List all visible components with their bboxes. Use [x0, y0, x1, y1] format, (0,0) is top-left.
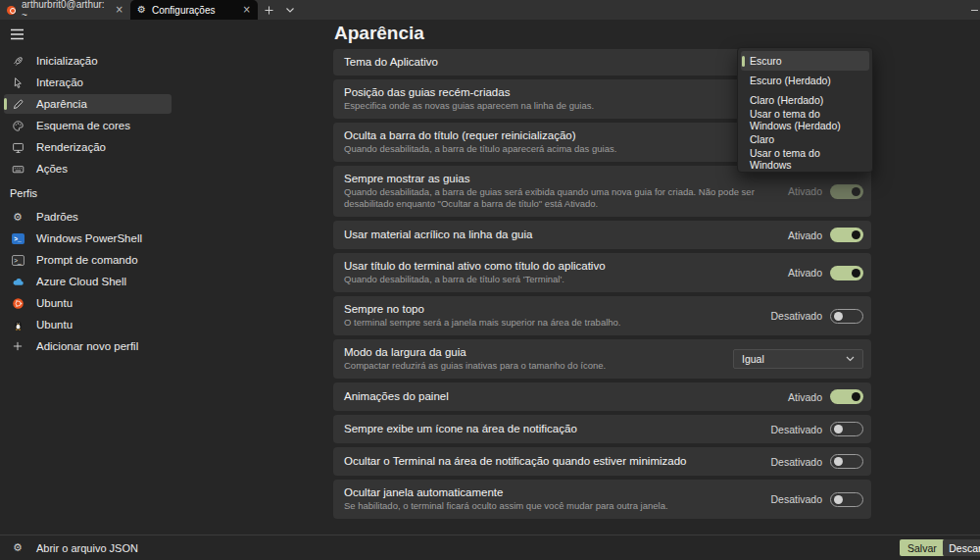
setting-description: Compactar reduzirá as guias inativas par… — [344, 360, 606, 372]
setting-row-modo-largura-guia: Modo da largura da guia Compactar reduzi… — [333, 339, 871, 379]
azure-cloud-icon — [11, 276, 24, 288]
sidebar-item-prompt-de-comando[interactable]: >_ Prompt de comando — [4, 250, 172, 270]
setting-row-animacoes-painel: Animações do painel Ativado — [333, 382, 871, 411]
sidebar-item-ubuntu-2[interactable]: Ubuntu — [4, 315, 172, 334]
ubuntu-icon — [7, 6, 16, 15]
nav-menu-button[interactable] — [10, 26, 29, 42]
dropdown-option-claro[interactable]: Claro — [741, 129, 869, 149]
sidebar-item-label: Padrões — [36, 211, 78, 223]
setting-row-icone-notificacao: Sempre exibe um ícone na área de notific… — [333, 415, 871, 443]
setting-title: Sempre no topo — [344, 303, 621, 316]
profiles-section-label: Perfis — [10, 187, 333, 199]
open-json-file-button[interactable]: ⚙ Abrir o arquivo JSON — [0, 541, 138, 554]
tux-icon — [11, 319, 24, 331]
setting-row-ocultar-janela-automaticamente: Ocultar janela automaticamente Se habili… — [333, 480, 871, 519]
discard-button[interactable]: Descartar — [943, 539, 980, 556]
setting-title: Posição das guias recém-criadas — [344, 86, 594, 99]
close-icon[interactable]: × — [243, 5, 251, 15]
setting-title: Usar material acrílico na linha da guia — [344, 229, 532, 241]
sidebar-item-label: Ações — [36, 163, 68, 175]
chevron-down-icon — [846, 356, 855, 362]
sidebar-item-aparencia[interactable]: Aparência — [4, 94, 172, 114]
monitor-icon — [11, 141, 24, 154]
setting-row-sempre-no-topo: Sempre no topo O terminal sempre será a … — [333, 296, 871, 335]
toggle-state-label: Desativado — [770, 310, 822, 322]
chevron-down-icon — [286, 8, 294, 13]
sidebar-item-label: Windows PowerShell — [36, 232, 142, 244]
sidebar-item-label: Ubuntu — [36, 297, 73, 309]
sidebar-item-label: Adicionar novo perfil — [36, 340, 138, 352]
paintbrush-icon — [11, 98, 24, 111]
dropdown-option-tema-windows[interactable]: Usar o tema do Windows — [741, 149, 869, 169]
setting-row-material-acrilico: Usar material acrílico na linha da guia … — [333, 221, 871, 249]
tab-settings[interactable]: ⚙ Configurações × — [130, 0, 258, 20]
new-tab-button[interactable] — [258, 0, 279, 20]
sidebar-item-esquema-de-cores[interactable]: Esquema de cores — [4, 116, 172, 135]
sidebar-item-acoes[interactable]: Ações — [4, 159, 172, 178]
setting-title: Ocultar janela automaticamente — [344, 486, 668, 499]
toggle-switch[interactable] — [830, 266, 863, 280]
settings-nav-sidebar: Inicialização Interação Aparência Esquem… — [0, 20, 333, 535]
tab-label: Configurações — [152, 5, 215, 16]
toggle-switch — [830, 184, 863, 199]
sidebar-item-padroes[interactable]: ⚙ Padrões — [4, 207, 172, 227]
toggle-switch[interactable] — [830, 492, 863, 507]
toggle-state-label: Desativado — [770, 424, 822, 435]
setting-title: Sempre mostrar as guias — [344, 173, 788, 185]
dropdown-option-claro-herdado[interactable]: Claro (Herdado) — [741, 90, 869, 110]
setting-description: Especifica onde as novas guias aparecem … — [344, 100, 594, 112]
plus-icon — [265, 6, 273, 15]
setting-title: Tema do Aplicativo — [344, 56, 438, 69]
tab-bar: arthurbrit0@arthur: ~ × ⚙ Configurações … — [0, 0, 980, 20]
sidebar-item-inicializacao[interactable]: Inicialização — [4, 51, 172, 71]
toggle-switch[interactable] — [830, 389, 863, 404]
sidebar-item-windows-powershell[interactable]: >_ Windows PowerShell — [4, 229, 172, 248]
sidebar-item-label: Interação — [36, 76, 83, 88]
hamburger-icon — [10, 28, 24, 40]
toggle-switch[interactable] — [830, 309, 863, 324]
toggle-switch[interactable] — [830, 228, 863, 242]
setting-description: Quando desabilitada, a barra de título s… — [344, 274, 606, 285]
sidebar-item-interacao[interactable]: Interação — [4, 73, 172, 92]
setting-title: Sempre exibe um ícone na área de notific… — [344, 423, 577, 435]
sidebar-item-label: Prompt de comando — [36, 254, 138, 266]
setting-row-ocultar-terminal-minimizado: Ocultar o Terminal na área de notificaçã… — [333, 447, 871, 476]
sidebar-item-label: Aparência — [36, 98, 87, 110]
keyboard-icon — [11, 163, 24, 176]
select-value: Igual — [742, 353, 764, 365]
tab-width-mode-select[interactable]: Igual — [733, 349, 863, 369]
sidebar-item-label: Ubuntu — [36, 319, 73, 331]
save-button[interactable]: Salvar — [900, 539, 945, 556]
app-theme-dropdown: Escuro Escuro (Herdado) Claro (Herdado) … — [737, 47, 873, 173]
dropdown-option-tema-windows-herdado[interactable]: Usar o tema do Windows (Herdado) — [741, 110, 869, 129]
plus-icon — [11, 340, 24, 352]
gear-icon: ⚙ — [137, 5, 146, 15]
close-icon[interactable]: × — [116, 5, 123, 15]
toggle-state-label: Ativado — [788, 229, 822, 241]
toggle-state-label: Desativado — [770, 493, 822, 505]
toggle-switch[interactable] — [830, 454, 863, 469]
toggle-state-label: Desativado — [770, 456, 822, 468]
dropdown-option-escuro[interactable]: Escuro — [741, 51, 869, 71]
setting-title: Usar título do terminal ativo como títul… — [344, 260, 606, 273]
palette-icon — [11, 120, 24, 132]
setting-description: Quando desabilitada, a barra de guias se… — [344, 186, 788, 210]
tab-dropdown-button[interactable] — [279, 0, 301, 20]
sidebar-item-label: Esquema de cores — [36, 120, 130, 131]
tab-terminal[interactable]: arthurbrit0@arthur: ~ × — [0, 0, 130, 20]
cursor-icon — [11, 76, 24, 89]
gear-icon: ⚙ — [11, 211, 24, 224]
sidebar-item-ubuntu-1[interactable]: Ubuntu — [4, 293, 172, 313]
toggle-state-label: Ativado — [788, 185, 822, 197]
dropdown-option-escuro-herdado[interactable]: Escuro (Herdado) — [741, 71, 869, 90]
sidebar-item-label: Inicialização — [36, 55, 98, 67]
tab-label: arthurbrit0@arthur: ~ — [22, 0, 110, 21]
gear-icon: ⚙ — [11, 541, 24, 554]
toggle-switch[interactable] — [830, 422, 863, 436]
footer-bar: ⚙ Abrir o arquivo JSON Salvar Descartar — [0, 535, 980, 560]
minimize-button[interactable] — [971, 10, 978, 11]
sidebar-item-renderizacao[interactable]: Renderização — [4, 137, 172, 157]
sidebar-item-adicionar-novo-perfil[interactable]: Adicionar novo perfil — [4, 336, 172, 356]
sidebar-item-azure-cloud-shell[interactable]: Azure Cloud Shell — [4, 272, 172, 291]
setting-title: Ocultar o Terminal na área de notificaçã… — [344, 455, 686, 468]
